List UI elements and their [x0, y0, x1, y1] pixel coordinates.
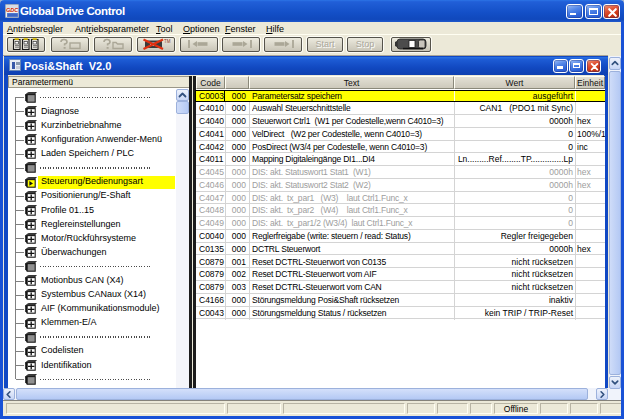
svg-text:TM: TM — [164, 39, 171, 44]
